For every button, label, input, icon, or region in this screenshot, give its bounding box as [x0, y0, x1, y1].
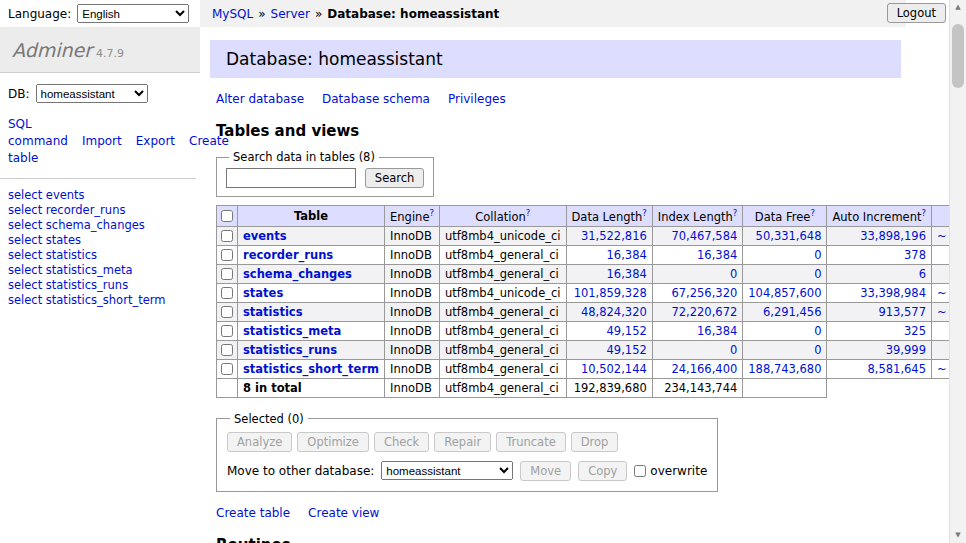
db-select[interactable]: homeassistant: [36, 84, 148, 103]
select-all-checkbox[interactable]: [221, 210, 233, 222]
data-free-link[interactable]: 6,291,456: [763, 305, 822, 319]
index-length-link[interactable]: 72,220,672: [671, 305, 737, 319]
auto-increment-link[interactable]: 8,581,645: [867, 362, 926, 376]
help-icon[interactable]: ?: [429, 208, 434, 218]
analyze-button[interactable]: [227, 432, 292, 452]
data-length-link[interactable]: 16,384: [607, 267, 647, 281]
table-name-link[interactable]: statistics_meta: [243, 324, 341, 338]
sidebar-item-select-statistics-meta[interactable]: select statistics_meta: [8, 263, 192, 278]
sidebar-item-select-recorder-runs[interactable]: select recorder_runs: [8, 203, 192, 218]
row-checkbox[interactable]: [221, 249, 233, 261]
help-icon[interactable]: ?: [642, 208, 647, 218]
auto-increment-link[interactable]: 33,898,196: [860, 229, 926, 243]
rows-link[interactable]: ~ 136,108: [937, 362, 949, 376]
logout-button[interactable]: Logout: [887, 3, 946, 23]
help-icon[interactable]: ?: [921, 208, 926, 218]
truncate-button[interactable]: [496, 432, 566, 452]
data-free-link[interactable]: 50,331,648: [756, 229, 822, 243]
help-icon[interactable]: ?: [810, 208, 815, 218]
sidebar-link-export[interactable]: Export: [136, 134, 175, 148]
action-create-view[interactable]: Create view: [308, 506, 379, 520]
data-free-link[interactable]: 0: [814, 324, 821, 338]
search-input[interactable]: [226, 168, 356, 188]
overwrite-option[interactable]: overwrite: [634, 464, 707, 478]
data-length-link[interactable]: 49,152: [607, 343, 647, 357]
search-button[interactable]: Search: [365, 168, 425, 188]
index-length-link[interactable]: 0: [730, 267, 737, 281]
table-name-link[interactable]: events: [243, 229, 287, 243]
auto-increment-link[interactable]: 378: [904, 248, 926, 262]
row-checkbox[interactable]: [221, 325, 233, 337]
sidebar-item-select-events[interactable]: select events: [8, 188, 192, 203]
row-checkbox[interactable]: [221, 268, 233, 280]
table-name-link[interactable]: recorder_runs: [243, 248, 333, 262]
data-free-link[interactable]: 0: [814, 248, 821, 262]
action-alter-database[interactable]: Alter database: [216, 92, 304, 106]
drop-button[interactable]: [571, 432, 619, 452]
sidebar-item-select-statistics[interactable]: select statistics: [8, 248, 192, 263]
copy-button[interactable]: Copy: [578, 461, 627, 481]
auto-increment-link[interactable]: 913,577: [878, 305, 926, 319]
data-length-link[interactable]: 101,859,328: [574, 286, 647, 300]
index-length-link[interactable]: 16,384: [697, 248, 737, 262]
data-free-link[interactable]: 0: [814, 267, 821, 281]
row-checkbox[interactable]: [221, 363, 233, 375]
index-length-link[interactable]: 0: [730, 343, 737, 357]
move-button[interactable]: Move: [520, 461, 571, 481]
breadcrumb-link-mysql[interactable]: MySQL: [212, 7, 253, 21]
sidebar-item-select-schema-changes[interactable]: select schema_changes: [8, 218, 192, 233]
table-name-link[interactable]: states: [243, 286, 283, 300]
auto-increment-link[interactable]: 39,999: [886, 343, 926, 357]
data-length-link[interactable]: 10,502,144: [581, 362, 647, 376]
help-icon[interactable]: ?: [733, 208, 738, 218]
row-checkbox-cell: [217, 340, 238, 359]
table-name-link[interactable]: schema_changes: [243, 267, 352, 281]
data-length-link[interactable]: 49,152: [607, 324, 647, 338]
sidebar-link-sql-command[interactable]: SQL command: [8, 117, 68, 148]
move-db-select[interactable]: homeassistant: [381, 461, 513, 480]
scroll-thumb[interactable]: [952, 24, 964, 88]
scroll-up-icon[interactable]: ▲: [950, 0, 966, 15]
table-name-link[interactable]: statistics: [243, 305, 303, 319]
data-free-link[interactable]: 0: [814, 343, 821, 357]
help-icon[interactable]: ?: [526, 208, 531, 218]
action-create-table[interactable]: Create table: [216, 506, 290, 520]
sidebar-item-select-statistics-runs[interactable]: select statistics_runs: [8, 278, 192, 293]
data-length-link[interactable]: 31,522,816: [581, 229, 647, 243]
action-database-schema[interactable]: Database schema: [322, 92, 430, 106]
auto-increment-link[interactable]: 33,398,984: [860, 286, 926, 300]
rows-link[interactable]: ~ 569,159: [937, 305, 949, 319]
language-select[interactable]: English: [77, 4, 189, 23]
data-free-link[interactable]: 104,857,600: [748, 286, 821, 300]
row-checkbox[interactable]: [221, 230, 233, 242]
rows-link[interactable]: ~ 299,833: [937, 286, 949, 300]
scroll-down-icon[interactable]: ▼: [950, 528, 966, 543]
auto-increment-link[interactable]: 6: [919, 267, 926, 281]
auto-increment-link[interactable]: 325: [904, 324, 926, 338]
index-length-link[interactable]: 16,384: [697, 324, 737, 338]
optimize-button[interactable]: [297, 432, 369, 452]
row-checkbox[interactable]: [221, 287, 233, 299]
index-length-link[interactable]: 70,467,584: [671, 229, 737, 243]
table-name-link[interactable]: statistics_runs: [243, 343, 337, 357]
row-checkbox[interactable]: [221, 306, 233, 318]
auto-increment-cell: 378: [827, 245, 932, 264]
sidebar-link-import[interactable]: Import: [82, 134, 122, 148]
breadcrumb-link-server[interactable]: Server: [271, 7, 310, 21]
data-length-link[interactable]: 16,384: [607, 248, 647, 262]
check-button[interactable]: [374, 432, 429, 452]
data-length-link[interactable]: 48,824,320: [581, 305, 647, 319]
auto-increment-cell: 325: [827, 321, 932, 340]
repair-button[interactable]: [434, 432, 491, 452]
overwrite-checkbox[interactable]: [634, 465, 646, 477]
scrollbar[interactable]: ▲ ▼: [949, 0, 966, 543]
data-free-link[interactable]: 188,743,680: [748, 362, 821, 376]
action-privileges[interactable]: Privileges: [448, 92, 506, 106]
sidebar-item-select-statistics-short-term[interactable]: select statistics_short_term: [8, 293, 192, 308]
index-length-link[interactable]: 24,166,400: [671, 362, 737, 376]
rows-link[interactable]: ~ 312,180: [937, 229, 949, 243]
table-name-link[interactable]: statistics_short_term: [243, 362, 379, 376]
index-length-link[interactable]: 67,256,320: [671, 286, 737, 300]
row-checkbox[interactable]: [221, 344, 233, 356]
sidebar-item-select-states[interactable]: select states: [8, 233, 192, 248]
